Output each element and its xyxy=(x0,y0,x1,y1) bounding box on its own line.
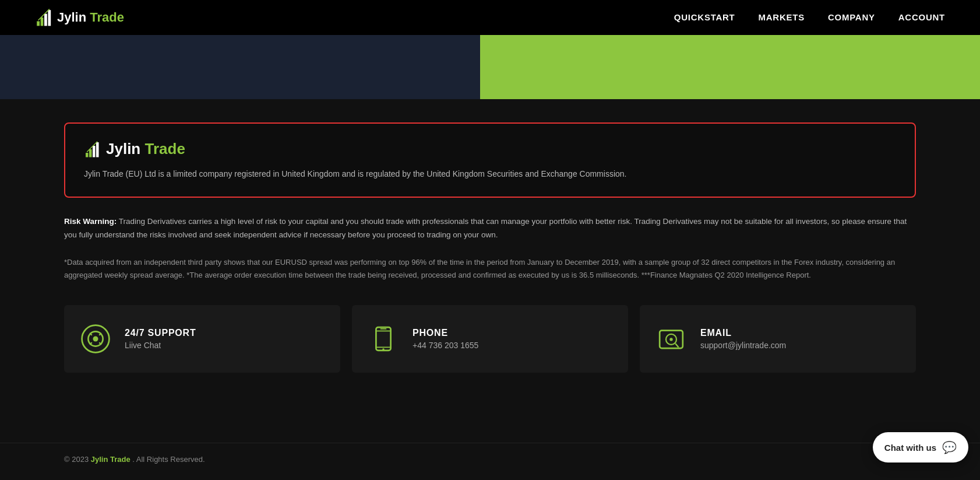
footer-text-after: . All Rights Reserved. xyxy=(132,455,205,464)
footer-brand: Jylin Trade xyxy=(91,455,131,464)
email-detail: support@jylintrade.com xyxy=(700,341,786,350)
svg-point-23 xyxy=(669,338,672,341)
nav-item-quickstart[interactable]: QUICKSTART xyxy=(674,12,735,23)
chat-emoji: 💬 xyxy=(942,440,957,454)
company-description: Jylin Trade (EU) Ltd is a limited compan… xyxy=(84,167,896,180)
support-title: 24/7 SUPPORT xyxy=(125,328,196,338)
phone-title: PHONE xyxy=(413,328,478,338)
svg-point-14 xyxy=(93,337,98,342)
phone-detail: +44 736 203 1655 xyxy=(413,341,478,350)
svg-rect-4 xyxy=(86,153,89,157)
chat-widget[interactable]: Chat with us 💬 xyxy=(873,432,968,463)
svg-rect-2 xyxy=(44,14,47,26)
svg-rect-7 xyxy=(96,142,99,157)
navbar: Jylin Trade QUICKSTART MARKETS COMPANY A… xyxy=(0,0,980,35)
support-icon xyxy=(78,321,113,356)
risk-warning-label: Risk Warning: xyxy=(64,217,117,226)
support-detail: Liive Chat xyxy=(125,341,196,350)
svg-line-22 xyxy=(675,344,678,348)
svg-rect-1 xyxy=(41,17,44,26)
contact-cards: 24/7 SUPPORT Liive Chat PHONE +44 736 20… xyxy=(64,305,916,373)
company-logo-icon xyxy=(84,141,101,158)
email-icon xyxy=(654,321,689,356)
chat-widget-label: Chat with us xyxy=(884,443,936,453)
support-card-text: 24/7 SUPPORT Liive Chat xyxy=(125,328,196,350)
data-note: *Data acquired from an independent third… xyxy=(64,256,916,282)
hero-dark xyxy=(0,35,480,99)
phone-icon xyxy=(366,321,401,356)
company-box: Jylin Trade Jylin Trade (EU) Ltd is a li… xyxy=(64,122,916,198)
footer: © 2023 Jylin Trade . All Rights Reserved… xyxy=(0,443,980,475)
main-content: Jylin Trade Jylin Trade (EU) Ltd is a li… xyxy=(0,99,980,443)
svg-rect-0 xyxy=(37,21,40,26)
nav-item-account[interactable]: ACCOUNT xyxy=(898,12,945,23)
company-logo: Jylin Trade xyxy=(84,140,896,158)
phone-card-text: PHONE +44 736 203 1655 xyxy=(413,328,478,350)
svg-rect-3 xyxy=(48,10,51,26)
logo[interactable]: Jylin Trade xyxy=(35,8,124,27)
svg-rect-19 xyxy=(380,328,387,330)
email-title: EMAIL xyxy=(700,328,786,338)
company-logo-text: Jylin Trade xyxy=(106,140,185,158)
svg-rect-6 xyxy=(93,146,96,157)
support-card: 24/7 SUPPORT Liive Chat xyxy=(64,305,340,373)
email-card: EMAIL support@jylintrade.com xyxy=(640,305,916,373)
risk-warning: Risk Warning: Trading Derivatives carrie… xyxy=(64,215,916,242)
hero-banner xyxy=(0,35,980,99)
risk-warning-text: Trading Derivatives carries a high level… xyxy=(64,217,907,239)
phone-card: PHONE +44 736 203 1655 xyxy=(352,305,628,373)
svg-rect-5 xyxy=(89,149,92,157)
email-card-text: EMAIL support@jylintrade.com xyxy=(700,328,786,350)
nav-menu: QUICKSTART MARKETS COMPANY ACCOUNT xyxy=(674,12,945,23)
nav-item-markets[interactable]: MARKETS xyxy=(759,12,805,23)
hero-green xyxy=(480,35,980,99)
footer-text-before: © 2023 xyxy=(64,455,89,464)
svg-point-18 xyxy=(382,349,385,351)
logo-icon xyxy=(35,8,54,27)
logo-text: Jylin Trade xyxy=(57,10,124,25)
nav-item-company[interactable]: COMPANY xyxy=(828,12,875,23)
